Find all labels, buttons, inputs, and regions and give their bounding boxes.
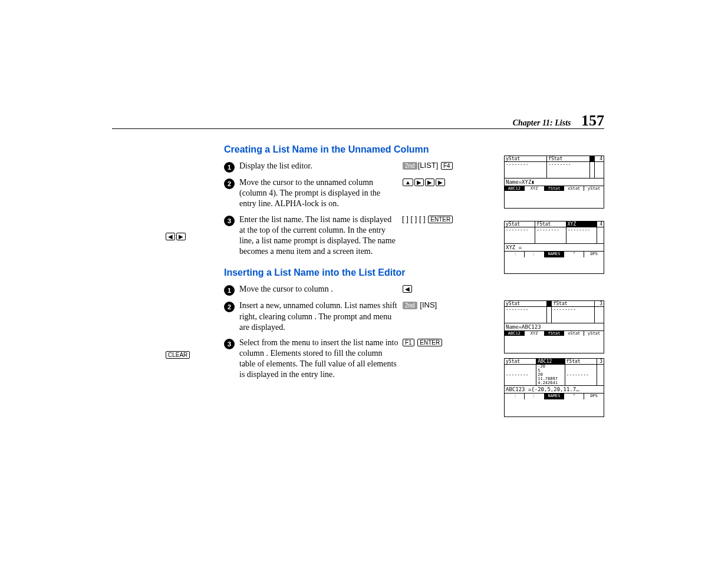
key-f1: F1	[403, 339, 414, 346]
step-marker: 2	[224, 302, 235, 312]
calc-screen-2: yStatfStatXYZ4 ------------------------ …	[504, 221, 604, 274]
key-right: ▶	[414, 178, 424, 186]
key-letters: [ ] [ ] [ ]	[402, 214, 426, 223]
key-clear: CLEAR	[166, 351, 190, 359]
calc-screen-1: yStatfStat4 ---------------- Name=XYZ▮ A…	[504, 156, 604, 209]
key-list: [LIST]	[418, 161, 439, 170]
chapter-label: Chapter 11: Lists	[513, 118, 571, 127]
key-sequence: 2nd[LIST] F4	[402, 161, 479, 170]
key-left: ◀	[403, 285, 412, 293]
header-rule	[112, 128, 604, 129]
step-marker: 3	[224, 216, 235, 226]
step-text: Enter the list name. The list name is di…	[239, 214, 398, 257]
key-right: ▶	[436, 178, 445, 186]
key-right: ▶	[425, 178, 434, 186]
key-sequence: ◀	[402, 284, 479, 293]
step-text: Display the list editor.	[239, 161, 398, 171]
key-2nd: 2nd	[403, 162, 417, 170]
step-marker: 3	[224, 339, 235, 349]
margin-clear: CLEAR	[165, 351, 190, 359]
name-prompt: Name=XYZ▮	[505, 178, 604, 186]
key-enter: ENTER	[428, 216, 453, 223]
key-left-icon: ◀	[166, 233, 175, 240]
step-text: Select from the menu to insert the list …	[239, 338, 398, 381]
entry-line: ABC123 ={-20,5,20,11.7…	[505, 385, 604, 393]
step-marker: 1	[224, 285, 235, 296]
key-2nd: 2nd	[403, 302, 417, 309]
step-marker: 2	[224, 178, 235, 189]
key-ins: [INS]	[420, 300, 437, 309]
name-prompt: Name=ABC123	[505, 323, 604, 330]
key-f4: F4	[441, 162, 453, 170]
step-marker: 1	[224, 162, 235, 173]
margin-keys: ◀▶	[165, 232, 186, 241]
calc-screen-4: yStatABC12fStat3 ---------20 5 20 11.780…	[504, 358, 604, 417]
step-text: Move the cursor to column .	[239, 284, 398, 295]
key-sequence: 2nd [INS]	[402, 300, 479, 309]
key-sequence: [ ] [ ] [ ] ENTER	[402, 214, 479, 223]
key-up: ▲	[403, 178, 413, 186]
step-text: Move the cursor to the unnamed column (c…	[239, 177, 398, 210]
key-sequence: F1 ENTER	[402, 338, 479, 346]
key-enter: ENTER	[417, 339, 442, 346]
step-text: Insert a new, unnamed column. List names…	[239, 300, 398, 333]
key-right-icon: ▶	[176, 233, 186, 240]
page-number: 157	[581, 112, 604, 129]
calc-screen-3: yStatfStat3 ---------------- Name=ABC123…	[504, 300, 604, 353]
heading-create-list: Creating a List Name in the Unnamed Colu…	[224, 144, 604, 155]
entry-line: XYZ =	[505, 243, 604, 251]
key-sequence: ▲▶▶▶	[402, 177, 479, 186]
